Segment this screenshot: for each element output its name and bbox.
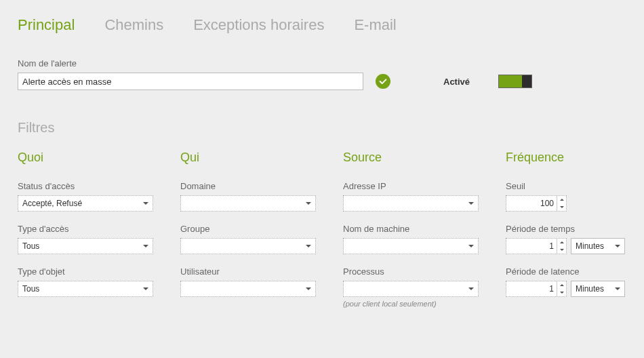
latency-label: Période de latence <box>506 266 641 277</box>
group-label: Groupe <box>180 224 316 234</box>
chevron-down-icon <box>143 245 148 247</box>
period-unit-value: Minutes <box>576 241 604 251</box>
access-type-label: Type d'accès <box>18 224 153 234</box>
chevron-down-icon <box>468 202 474 205</box>
spin-up-icon[interactable] <box>557 281 566 289</box>
latency-unit-select[interactable]: Minutes <box>571 281 625 297</box>
tab-email[interactable]: E-mail <box>354 16 396 34</box>
col-title-quoi: Quoi <box>18 151 153 165</box>
chevron-down-icon <box>615 287 620 290</box>
period-value: 1 <box>506 241 557 251</box>
period-label: Période de temps <box>506 224 641 234</box>
threshold-input[interactable]: 100 <box>506 195 567 212</box>
enabled-label: Activé <box>443 77 470 87</box>
alert-name-label: Nom de l'alerte <box>18 58 626 68</box>
threshold-spinner[interactable] <box>557 196 566 211</box>
user-select[interactable] <box>180 281 316 297</box>
access-type-select[interactable]: Tous <box>18 238 153 254</box>
col-title-source: Source <box>343 151 479 165</box>
user-label: Utilisateur <box>180 266 316 277</box>
spin-down-icon[interactable] <box>557 246 566 254</box>
tab-chemins[interactable]: Chemins <box>104 16 163 34</box>
process-label: Processus <box>343 266 479 277</box>
status-label: Status d'accès <box>18 181 153 191</box>
latency-unit-value: Minutes <box>576 284 604 294</box>
col-title-qui: Qui <box>180 151 316 165</box>
col-quoi: Quoi Status d'accès Accepté, Refusé Type… <box>18 151 153 320</box>
chevron-down-icon <box>468 287 474 290</box>
valid-check-icon <box>376 74 390 89</box>
chevron-down-icon <box>306 287 311 290</box>
latency-input[interactable]: 1 <box>506 281 567 297</box>
latency-spinner[interactable] <box>557 281 566 296</box>
status-value: Accepté, Refusé <box>22 199 82 208</box>
filters-title: Filtres <box>18 120 626 136</box>
domain-label: Domaine <box>180 181 316 191</box>
threshold-label: Seuil <box>506 181 641 191</box>
process-select[interactable] <box>343 281 479 297</box>
spin-down-icon[interactable] <box>557 289 566 296</box>
chevron-down-icon <box>615 245 620 247</box>
machine-select[interactable] <box>343 238 479 254</box>
spin-down-icon[interactable] <box>557 203 566 211</box>
alert-name-input[interactable] <box>18 73 363 90</box>
tab-exceptions[interactable]: Exceptions horaires <box>193 16 324 34</box>
tab-principal[interactable]: Principal <box>18 16 75 34</box>
enabled-toggle[interactable] <box>498 75 532 88</box>
process-hint: (pour client local seulement) <box>343 300 479 308</box>
ip-label: Adresse IP <box>343 181 479 191</box>
object-type-label: Type d'objet <box>18 266 153 277</box>
object-type-select[interactable]: Tous <box>18 281 153 297</box>
col-frequence: Fréquence Seuil 100 Période de temps 1 <box>506 151 641 320</box>
chevron-down-icon <box>143 287 148 290</box>
chevron-down-icon <box>143 202 148 205</box>
tab-bar: Principal Chemins Exceptions horaires E-… <box>18 16 626 34</box>
chevron-down-icon <box>306 202 311 205</box>
col-source: Source Adresse IP Nom de machine Process… <box>343 151 479 320</box>
col-qui: Qui Domaine Groupe Utilisateur <box>180 151 316 320</box>
period-spinner[interactable] <box>557 239 566 254</box>
period-unit-select[interactable]: Minutes <box>571 238 625 254</box>
ip-select[interactable] <box>343 195 479 212</box>
status-select[interactable]: Accepté, Refusé <box>18 195 153 212</box>
col-title-frequence: Fréquence <box>506 151 641 165</box>
chevron-down-icon <box>306 245 311 247</box>
group-select[interactable] <box>180 238 316 254</box>
object-type-value: Tous <box>22 284 39 294</box>
chevron-down-icon <box>468 245 474 247</box>
machine-label: Nom de machine <box>343 224 479 234</box>
period-input[interactable]: 1 <box>506 238 567 254</box>
spin-up-icon[interactable] <box>557 239 566 246</box>
latency-value: 1 <box>506 284 557 294</box>
threshold-value: 100 <box>506 199 557 208</box>
access-type-value: Tous <box>22 241 39 251</box>
spin-up-icon[interactable] <box>557 196 566 203</box>
domain-select[interactable] <box>180 195 316 212</box>
